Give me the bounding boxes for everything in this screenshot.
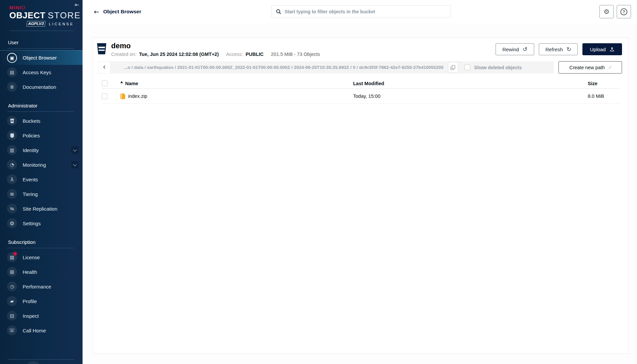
search-bar bbox=[271, 5, 451, 18]
show-deleted-toggle: Show deleted objects bbox=[465, 65, 522, 70]
gear-icon bbox=[7, 218, 17, 228]
bucket-name: demo bbox=[111, 42, 320, 50]
divider bbox=[7, 111, 74, 112]
created-value: Tue, Jun 25 2024 12:02:08 (GMT+2) bbox=[139, 52, 219, 57]
divider bbox=[7, 359, 74, 360]
rewind-button[interactable]: Rewind bbox=[496, 43, 534, 55]
main-area: Object Browser ? demo Cre bbox=[83, 0, 637, 364]
objects-table: Name Last Modified Size index.zip Today,… bbox=[102, 78, 620, 104]
sidebar-section-administrator: Administrator Buckets Policies Identity … bbox=[0, 103, 83, 231]
column-header-name[interactable]: Name bbox=[125, 81, 138, 86]
sidebar-item-site-replication[interactable]: Site Replication bbox=[0, 201, 83, 216]
shield-icon bbox=[7, 130, 17, 140]
sidebar-item-performance[interactable]: Performance bbox=[0, 279, 83, 294]
refresh-button[interactable]: Refresh bbox=[539, 43, 578, 55]
column-header-last-modified[interactable]: Last Modified bbox=[353, 81, 588, 86]
section-label: User bbox=[0, 40, 83, 48]
phone-icon bbox=[7, 325, 17, 335]
minio-console: ⇤ MINIO OBJECTSTORE AGPLV3 LICENSE User … bbox=[0, 0, 637, 364]
table-row[interactable]: index.zip Today, 15:00 8.0 MiB bbox=[102, 89, 620, 104]
copy-icon bbox=[451, 65, 455, 70]
sidebar-item-call-home[interactable]: Call Home bbox=[0, 323, 83, 338]
brand-logo: ⇤ MINIO OBJECTSTORE AGPLV3 LICENSE bbox=[0, 0, 83, 31]
sidebar-item-inspect[interactable]: Inspect bbox=[0, 308, 83, 323]
sidebar-item-events[interactable]: Events bbox=[0, 172, 83, 187]
bucket-browser-card: demo Created on: Tue, Jun 25 2024 12:02:… bbox=[93, 38, 628, 354]
bucket-metadata: Created on: Tue, Jun 25 2024 12:02:08 (G… bbox=[111, 52, 320, 57]
created-label: Created on: bbox=[111, 52, 136, 57]
bucket-usage: 201.5 MiB - 73 Objects bbox=[271, 52, 320, 57]
lambda-icon bbox=[7, 174, 17, 184]
table-header-row: Name Last Modified Size bbox=[102, 78, 620, 89]
sidebar-item-documentation[interactable]: Documentation bbox=[0, 80, 83, 94]
sidebar-item-buckets[interactable]: Buckets bbox=[0, 113, 83, 128]
sidebar-section-subscription: Subscription License Health Performance … bbox=[0, 239, 83, 338]
collapse-sidebar-icon[interactable]: ⇤ bbox=[75, 2, 79, 8]
upload-button[interactable]: Upload bbox=[582, 43, 622, 55]
sidebar-item-license[interactable]: License bbox=[0, 250, 83, 265]
show-deleted-checkbox[interactable] bbox=[465, 65, 470, 70]
column-header-size[interactable]: Size bbox=[588, 81, 620, 86]
divider bbox=[7, 48, 74, 49]
object-size: 8.0 MiB bbox=[588, 93, 620, 99]
divider bbox=[9, 31, 74, 31]
access-label: Access: bbox=[226, 52, 243, 57]
access-value[interactable]: PUBLIC bbox=[246, 52, 264, 57]
tiers-icon bbox=[7, 189, 17, 199]
identity-icon bbox=[7, 145, 17, 155]
show-deleted-label: Show deleted objects bbox=[474, 65, 522, 70]
breadcrumb[interactable]: ...o / data / earthquakes / 2021-01-01T0… bbox=[124, 65, 444, 70]
gear-icon bbox=[604, 8, 610, 16]
section-label: Subscription bbox=[0, 239, 83, 248]
help-button[interactable]: ? bbox=[617, 5, 631, 18]
divider bbox=[7, 248, 74, 248]
sidebar-item-access-keys[interactable]: Access Keys bbox=[0, 65, 83, 80]
buckets-icon bbox=[7, 116, 17, 126]
documentation-icon bbox=[7, 82, 17, 92]
search-input[interactable] bbox=[285, 9, 447, 14]
object-last-modified: Today, 15:00 bbox=[353, 93, 588, 99]
chevron-down-icon[interactable] bbox=[71, 146, 79, 154]
license-word: LICENSE bbox=[49, 22, 74, 26]
access-keys-icon bbox=[7, 67, 17, 77]
refresh-icon bbox=[566, 47, 571, 52]
health-icon bbox=[7, 267, 17, 277]
profile-icon bbox=[7, 296, 17, 306]
top-header: Object Browser ? bbox=[83, 0, 637, 23]
rewind-icon bbox=[523, 47, 527, 52]
agpl-badge: AGPLV3 bbox=[26, 21, 46, 27]
replication-icon bbox=[7, 204, 17, 214]
breadcrumb-back-button[interactable] bbox=[98, 61, 110, 74]
copy-path-button[interactable] bbox=[448, 62, 458, 73]
breadcrumb-bar: ...o / data / earthquakes / 2021-01-01T0… bbox=[98, 61, 622, 74]
sidebar-item-policies[interactable]: Policies bbox=[0, 128, 83, 143]
sidebar-item-health[interactable]: Health bbox=[0, 265, 83, 279]
object-browser-icon bbox=[7, 53, 17, 63]
sidebar-item-settings[interactable]: Settings bbox=[0, 216, 83, 231]
chevron-down-icon[interactable] bbox=[71, 161, 79, 168]
sidebar-item-object-browser[interactable]: Object Browser bbox=[0, 50, 83, 65]
select-all-checkbox[interactable] bbox=[102, 81, 107, 86]
zip-file-icon bbox=[120, 93, 125, 99]
create-new-path-button[interactable]: Create new path bbox=[558, 61, 622, 74]
search-icon bbox=[276, 9, 282, 15]
sidebar-footer-icon bbox=[25, 361, 41, 364]
back-arrow-icon[interactable] bbox=[94, 8, 99, 15]
sidebar-item-identity[interactable]: Identity bbox=[0, 143, 83, 157]
new-path-icon bbox=[608, 65, 611, 70]
monitoring-icon bbox=[7, 160, 17, 170]
upload-icon bbox=[609, 47, 615, 52]
sidebar-item-tiering[interactable]: Tiering bbox=[0, 187, 83, 201]
question-mark-icon: ? bbox=[620, 8, 627, 15]
sidebar: ⇤ MINIO OBJECTSTORE AGPLV3 LICENSE User … bbox=[0, 0, 83, 364]
bucket-icon bbox=[97, 43, 107, 55]
row-checkbox[interactable] bbox=[102, 93, 107, 99]
sidebar-item-monitoring[interactable]: Monitoring bbox=[0, 157, 83, 172]
sidebar-section-user: User Object Browser Access Keys Document… bbox=[0, 40, 83, 94]
sort-ascending-icon[interactable] bbox=[120, 80, 123, 84]
settings-button[interactable] bbox=[599, 5, 614, 18]
sidebar-item-profile[interactable]: Profile bbox=[0, 294, 83, 308]
object-name[interactable]: index.zip bbox=[128, 93, 147, 99]
brand-minio: MINIO bbox=[9, 5, 74, 10]
performance-icon bbox=[7, 281, 17, 291]
